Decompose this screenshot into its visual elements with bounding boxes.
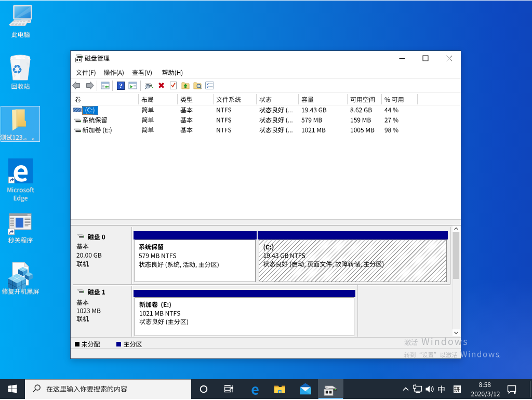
svg-text:?: ? <box>119 82 123 89</box>
